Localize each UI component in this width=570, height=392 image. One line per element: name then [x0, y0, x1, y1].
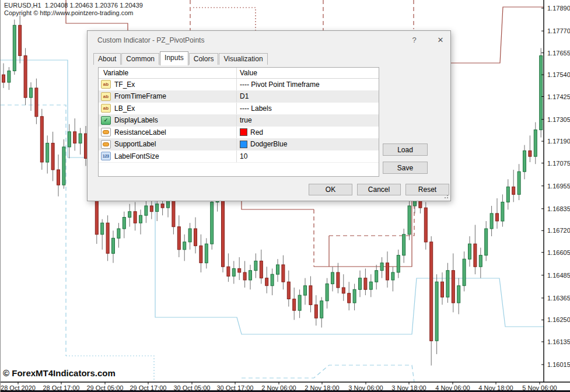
candle [452, 253, 454, 312]
header-value: Value [237, 68, 379, 78]
candle [529, 135, 531, 162]
candle [19, 16, 22, 64]
load-button[interactable]: Load [383, 144, 428, 156]
variable-name: TF_Ex [114, 80, 135, 89]
candle [331, 267, 334, 291]
price-tick-label: 1.17540 [547, 71, 570, 78]
ok-button[interactable]: OK [309, 184, 352, 195]
candle [254, 253, 257, 278]
candle [342, 274, 345, 301]
label-type-icon [101, 128, 111, 136]
reset-button[interactable]: Reset [405, 184, 449, 195]
header-variable: Variable [99, 68, 237, 78]
variable-name: DisplayLabels [114, 116, 158, 124]
value-cell[interactable]: DodgerBlue [237, 139, 379, 150]
candle [293, 288, 296, 320]
help-icon[interactable]: ? [409, 35, 419, 46]
candle [314, 295, 317, 326]
param-row[interactable]: SupportLabelDodgerBlue [99, 139, 379, 151]
candle [222, 197, 225, 272]
candle [30, 82, 33, 111]
mt4-window: 1.178901.177701.176551.175401.174251.173… [0, 0, 570, 392]
candle [479, 248, 482, 278]
candle [128, 204, 131, 227]
candle [2, 64, 5, 88]
value-cell[interactable]: 10 [237, 150, 379, 162]
value-text: DodgerBlue [250, 140, 287, 148]
candle [348, 282, 351, 310]
variable-name: ResistanceLabel [114, 128, 166, 136]
candle [51, 132, 54, 181]
candle [194, 218, 197, 254]
resistance-line [242, 201, 314, 209]
variable-name: FromTimeFrame [114, 92, 166, 100]
candle [468, 236, 471, 267]
ab-type-icon: ab [101, 80, 111, 89]
candle [271, 268, 274, 295]
price-tick-label: 1.17425 [547, 93, 570, 100]
candle [13, 20, 16, 75]
price-tick-label: 1.16720 [547, 227, 570, 234]
save-button[interactable]: Save [383, 162, 428, 174]
candle [457, 278, 460, 314]
candle [200, 235, 202, 272]
table-header: Variable Value [99, 68, 379, 79]
price-tick-label: 1.17075 [547, 160, 570, 167]
candle [517, 164, 520, 200]
price-tick-label: 1.17890 [547, 5, 570, 12]
param-row[interactable]: abLB_Ex---- Labels [99, 103, 379, 115]
cancel-button[interactable]: Cancel [357, 184, 401, 195]
value-cell[interactable]: true [237, 115, 379, 127]
candle [540, 48, 543, 137]
candle [309, 276, 312, 313]
value-cell[interactable]: Red [237, 127, 379, 138]
value-cell[interactable]: D1 [237, 91, 379, 103]
candle [485, 221, 488, 261]
candle [277, 259, 279, 282]
price-tick-label: 1.16485 [547, 272, 570, 279]
resize-grip[interactable] [444, 194, 449, 199]
price-tick-label: 1.17655 [547, 50, 570, 57]
indicator-dialog[interactable]: Custom Indicator - PZ_PivotPoints ? ✕ Ab… [87, 30, 451, 201]
candle [523, 145, 526, 180]
candle [298, 289, 301, 318]
resistance-line [193, 8, 256, 32]
candle [117, 223, 120, 247]
price-tick-label: 1.16015 [547, 361, 570, 368]
param-row[interactable]: abFromTimeFrameD1 [99, 91, 379, 103]
candle [183, 235, 186, 261]
candle [490, 206, 493, 236]
param-row[interactable]: 123LabelFontSize10 [99, 150, 379, 163]
variable-name: SupportLabel [114, 140, 156, 148]
candle [397, 250, 400, 278]
param-row[interactable]: abTF_Ex---- Pivot Point Timeframe [99, 79, 379, 91]
candle [474, 225, 477, 275]
candle [375, 265, 378, 289]
value-cell[interactable]: ---- Pivot Point Timeframe [237, 79, 379, 90]
candle [501, 194, 504, 226]
candle [139, 209, 142, 234]
bool-type-icon: ✓ [101, 116, 111, 125]
param-row[interactable]: ✓DisplayLabelstrue [99, 115, 379, 127]
price-tick-label: 1.16135 [547, 338, 570, 345]
price-tick-label: 1.16835 [547, 205, 570, 212]
tab-common[interactable]: Common [121, 53, 159, 65]
candle [188, 223, 191, 250]
close-icon[interactable]: ✕ [435, 35, 446, 46]
candle [364, 268, 367, 295]
resistance-line [451, 7, 544, 63]
value-cell[interactable]: ---- Labels [237, 103, 379, 114]
price-tick-label: 1.16605 [547, 249, 570, 256]
candle [506, 179, 509, 209]
candle [304, 278, 307, 305]
param-row[interactable]: ResistanceLabelRed [99, 127, 379, 139]
tab-visualization[interactable]: Visualization [219, 53, 267, 65]
copyright-text: Copyright © http://www.pointzero-trading… [4, 9, 133, 16]
inputs-table: Variable Value abTF_Ex---- Pivot Point T… [98, 67, 379, 177]
candle [205, 238, 208, 268]
tab-about[interactable]: About [93, 53, 121, 65]
label-type-icon [101, 140, 111, 149]
price-tick-label: 1.16250 [547, 316, 570, 323]
tab-inputs[interactable]: Inputs [160, 51, 188, 65]
tab-colors[interactable]: Colors [189, 53, 219, 65]
